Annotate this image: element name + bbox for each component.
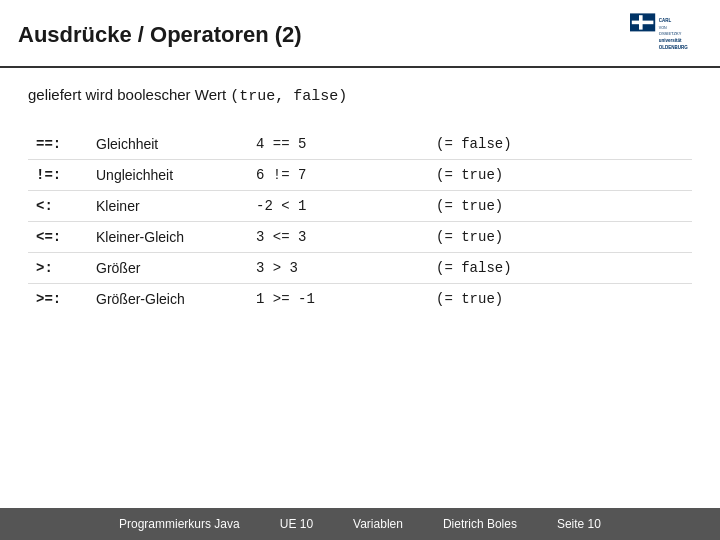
table-row: <: Kleiner -2 < 1 (= true) — [28, 191, 692, 222]
op-name: Gleichheit — [88, 129, 248, 160]
op-example: -2 < 1 — [248, 191, 428, 222]
op-symbol: <=: — [28, 222, 88, 253]
subtitle-prefix: geliefert wird boolescher Wert — [28, 86, 230, 103]
op-name: Kleiner — [88, 191, 248, 222]
subtitle-text: geliefert wird boolescher Wert (true, fa… — [28, 86, 692, 105]
table-row: >: Größer 3 > 3 (= false) — [28, 253, 692, 284]
subtitle-code: (true, false) — [230, 88, 347, 105]
logo-svg: CARL VON OSSIETZKY universität OLDENBURG — [630, 13, 702, 57]
table-row: >=: Größer-Gleich 1 >= -1 (= true) — [28, 284, 692, 315]
op-name: Größer — [88, 253, 248, 284]
slide-header: Ausdrücke / Operatoren (2) CARL VON OSSI… — [0, 0, 720, 68]
table-row: ==: Gleichheit 4 == 5 (= false) — [28, 129, 692, 160]
svg-text:universität: universität — [659, 38, 682, 43]
svg-rect-2 — [632, 21, 654, 25]
op-result: (= false) — [428, 253, 692, 284]
op-symbol: !=: — [28, 160, 88, 191]
footer-page: Seite 10 — [557, 517, 601, 531]
op-example: 3 > 3 — [248, 253, 428, 284]
op-result: (= true) — [428, 191, 692, 222]
op-example: 3 <= 3 — [248, 222, 428, 253]
university-logo: CARL VON OSSIETZKY universität OLDENBURG — [622, 10, 702, 60]
slide-page: Ausdrücke / Operatoren (2) CARL VON OSSI… — [0, 0, 720, 540]
svg-text:OLDENBURG: OLDENBURG — [659, 45, 688, 50]
op-example: 6 != 7 — [248, 160, 428, 191]
svg-text:OSSIETZKY: OSSIETZKY — [659, 31, 682, 36]
op-example: 1 >= -1 — [248, 284, 428, 315]
op-symbol: >=: — [28, 284, 88, 315]
main-content: geliefert wird boolescher Wert (true, fa… — [0, 68, 720, 324]
op-result: (= true) — [428, 222, 692, 253]
table-row: !=: Ungleichheit 6 != 7 (= true) — [28, 160, 692, 191]
footer-topic: Variablen — [353, 517, 403, 531]
svg-text:VON: VON — [659, 26, 667, 30]
op-result: (= false) — [428, 129, 692, 160]
operators-table: ==: Gleichheit 4 == 5 (= false) !=: Ungl… — [28, 129, 692, 314]
svg-text:CARL: CARL — [659, 18, 672, 23]
footer-author: Dietrich Boles — [443, 517, 517, 531]
op-symbol: ==: — [28, 129, 88, 160]
footer-ue: UE 10 — [280, 517, 313, 531]
op-name: Kleiner-Gleich — [88, 222, 248, 253]
op-symbol: >: — [28, 253, 88, 284]
op-symbol: <: — [28, 191, 88, 222]
op-result: (= true) — [428, 160, 692, 191]
table-row: <=: Kleiner-Gleich 3 <= 3 (= true) — [28, 222, 692, 253]
op-result: (= true) — [428, 284, 692, 315]
footer-course: Programmierkurs Java — [119, 517, 240, 531]
op-name: Größer-Gleich — [88, 284, 248, 315]
slide-footer: Programmierkurs Java UE 10 Variablen Die… — [0, 508, 720, 540]
op-name: Ungleichheit — [88, 160, 248, 191]
slide-title: Ausdrücke / Operatoren (2) — [18, 22, 302, 48]
op-example: 4 == 5 — [248, 129, 428, 160]
